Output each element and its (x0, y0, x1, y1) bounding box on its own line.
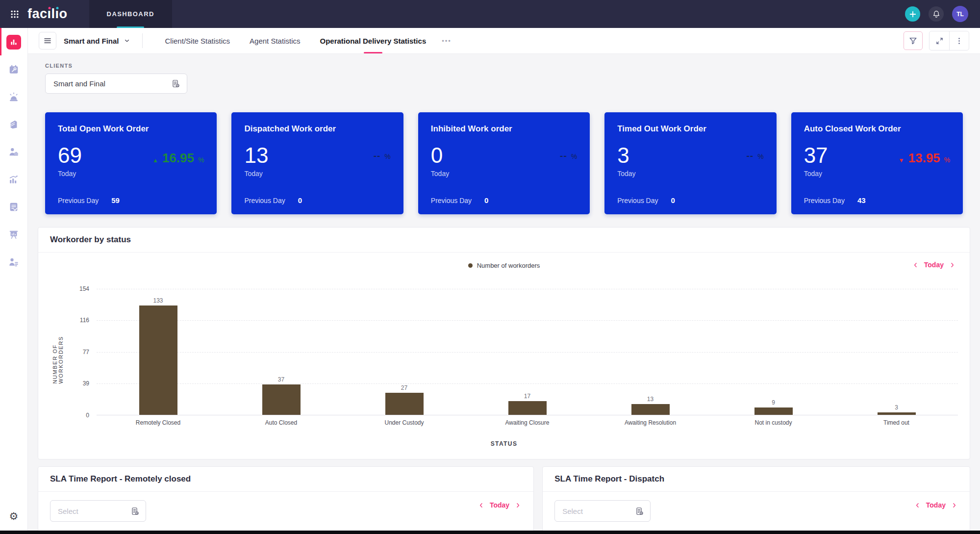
chevron-right-icon (514, 502, 522, 509)
y-tick-label: 154 (79, 285, 89, 292)
kpi-card-auto-closed-work-order: Auto Closed Work Order37Today▼13.95%Prev… (791, 112, 963, 214)
kpi-card-dispatched-work-order: Dispatched Work order13Today--%Previous … (231, 112, 403, 214)
sidebar-item-workforce[interactable] (6, 145, 21, 159)
delta-up-icon: ▲ (152, 157, 158, 164)
sidebar-item-report[interactable] (6, 200, 21, 214)
kpi-delta-unit: % (198, 156, 204, 164)
bar-auto-closed[interactable] (262, 384, 301, 415)
bar-under-custody[interactable] (385, 393, 424, 415)
user-avatar[interactable]: TL (952, 6, 968, 22)
tab-label: Operational Delivery Statistics (320, 37, 426, 45)
notifications-button[interactable] (929, 6, 944, 22)
filter-button[interactable] (904, 31, 923, 50)
building-icon (8, 119, 19, 130)
tab-client-site-statistics[interactable]: Client/Site Statistics (155, 28, 240, 53)
sidebar-item-maintenance[interactable] (6, 62, 21, 77)
x-category-label: Timed out (835, 419, 958, 426)
fullscreen-button[interactable] (930, 31, 949, 50)
more-tabs-button[interactable]: ••• (436, 37, 457, 45)
lookup-icon (171, 79, 180, 88)
kpi-period-label: Today (617, 170, 635, 178)
sla-card-body: SelectToday (543, 492, 970, 530)
sla-1-prev-button[interactable] (477, 502, 485, 509)
settings-button[interactable]: ⚙ (9, 511, 19, 521)
sla-select-placeholder: Select (58, 507, 78, 515)
toolbar-divider (142, 33, 143, 48)
tab-operational-delivery-statistics[interactable]: Operational Delivery Statistics (310, 28, 436, 53)
sla-1-period-label[interactable]: Today (490, 501, 509, 509)
create-new-button[interactable] (905, 6, 920, 22)
bar-remotely-closed[interactable] (139, 305, 177, 415)
chevron-left-icon (912, 261, 919, 269)
tab-agent-statistics[interactable]: Agent Statistics (240, 28, 310, 53)
chart-period-label[interactable]: Today (924, 261, 944, 269)
workorder-status-card: Workorder by status Number of workorders… (38, 227, 970, 459)
dashboard-toolbar: Smart and Final Client/Site StatisticsAg… (28, 28, 980, 54)
sidebar-active-accent (0, 28, 1, 55)
kpi-delta: ▼13.95% (899, 151, 950, 166)
topbar-right: TL (905, 6, 980, 22)
grid-icon (10, 9, 20, 19)
sidebar-item-board[interactable] (6, 227, 21, 242)
bar-value-label: 13 (647, 396, 653, 403)
topnav-tab-dashboard[interactable]: DASHBOARD (89, 0, 172, 28)
kebab-icon (955, 37, 963, 45)
sidebar-item-alarm[interactable] (6, 90, 21, 104)
chevron-right-icon (951, 502, 958, 509)
kpi-previous-day: Previous Day43 (804, 196, 866, 204)
sla-select[interactable]: Select (554, 500, 651, 522)
sidebar-item-dashboard[interactable] (6, 35, 21, 50)
sidebar-item-analytics[interactable] (6, 172, 21, 187)
kpi-value-block: 69Today (58, 145, 82, 178)
chart-next-button[interactable] (949, 261, 956, 269)
topnav-tab-label: DASHBOARD (107, 10, 154, 18)
workorder-card-header: Workorder by status (38, 228, 970, 253)
kpi-previous-day-label: Previous Day (58, 197, 99, 204)
clients-select[interactable]: Smart and Final (45, 74, 187, 94)
chart-plot-area: 1333727171393 (97, 289, 958, 415)
sidebar-item-team[interactable] (6, 254, 21, 269)
x-category-label: Remotely Closed (97, 419, 220, 426)
sla-select-placeholder: Select (562, 507, 583, 515)
kpi-previous-day-value: 0 (298, 196, 302, 204)
dashboard-selector[interactable]: Smart and Final (64, 37, 130, 45)
kpi-card-row: Total Open Work Order69Today▲16.95%Previ… (45, 112, 963, 214)
kpi-delta-value: -- (747, 151, 754, 161)
bar-timed-out[interactable] (878, 412, 916, 415)
sla-select[interactable]: Select (50, 500, 146, 522)
chart-prev-button[interactable] (912, 261, 919, 269)
y-tick-label: 0 (86, 412, 89, 419)
bar-not-in-custody[interactable] (754, 407, 793, 415)
sla-1-next-button[interactable] (514, 502, 522, 509)
kpi-title: Dispatched Work order (244, 124, 390, 134)
bar-slot: 13 (589, 289, 712, 415)
sidebar-item-building[interactable] (6, 117, 21, 132)
chart-legend[interactable]: Number of workorders (50, 253, 958, 269)
kpi-card-timed-out-work-order: Timed Out Work Order3Today--%Previous Da… (604, 112, 776, 214)
kpi-value-block: 37Today (804, 145, 828, 178)
sla-2-prev-button[interactable] (914, 502, 921, 509)
bar-value-label: 17 (524, 393, 530, 400)
toolbar-button-group (929, 31, 969, 51)
app-grid-button[interactable] (10, 9, 20, 19)
bar-awaiting-resolution[interactable] (631, 404, 670, 415)
kpi-previous-day-value: 0 (484, 196, 488, 204)
filter-icon (908, 36, 918, 46)
more-options-button[interactable] (949, 31, 969, 50)
kpi-value: 69 (58, 145, 82, 166)
dashboard-list-button[interactable] (39, 32, 56, 50)
bar-slot: 3 (835, 289, 958, 415)
sla-2-next-button[interactable] (951, 502, 958, 509)
bar-awaiting-closure[interactable] (508, 401, 547, 415)
alarm-icon (8, 92, 19, 102)
workorder-chart-body: Number of workorders Today NUMBER OF WOR… (38, 253, 970, 459)
bar-slot: 17 (466, 289, 589, 415)
clients-label: CLIENTS (45, 63, 980, 69)
facilio-logo[interactable]: facılıo (27, 7, 68, 21)
sla-2-period-label[interactable]: Today (926, 501, 946, 509)
kpi-mid: 3Today--% (617, 145, 763, 178)
kpi-value-block: 3Today (617, 145, 635, 178)
bar-value-label: 3 (895, 404, 898, 411)
main-content: Smart and Final Client/Site StatisticsAg… (28, 28, 980, 534)
legend-dot (468, 263, 473, 268)
